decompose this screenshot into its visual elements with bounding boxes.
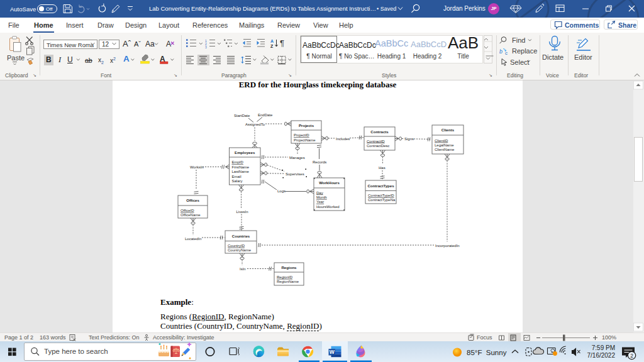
svg-text:W: W [330,349,335,355]
svg-text:2: 2 [630,353,633,359]
